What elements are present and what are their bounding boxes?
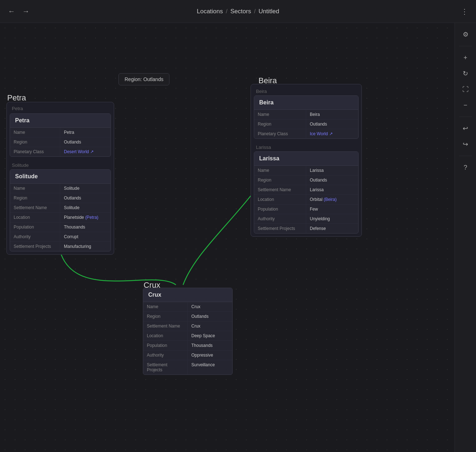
- crux-card-body: Name Crux Region Outlands Settlement Nam…: [143, 302, 232, 375]
- crux-auth-value: Oppressive: [188, 350, 232, 360]
- petra-link[interactable]: (Petra): [85, 215, 98, 220]
- table-row: Population Few: [254, 204, 358, 214]
- petra-card-body: Name Petra Region Outlands Planetary Cla…: [10, 128, 111, 156]
- table-row: Location Planetside (Petra): [10, 213, 111, 222]
- beira-link[interactable]: (Beira): [324, 197, 337, 202]
- crux-settlement-value: Crux: [188, 321, 232, 331]
- forward-button[interactable]: →: [20, 6, 32, 17]
- lar-name-label: Name: [254, 166, 306, 175]
- table-row: Location Deep Space: [143, 331, 232, 341]
- beira-group-container: Beira Beira Name Beira Region Outlands P…: [251, 84, 362, 237]
- sol-settlement-label: Settlement Name: [10, 203, 60, 212]
- table-row: Settlement Projects Surveillance: [143, 360, 232, 375]
- table-row: Name Larissa: [254, 166, 358, 175]
- breadcrumb-locations[interactable]: Locations: [197, 8, 223, 15]
- sol-proj-value: Manufacturing: [60, 242, 111, 251]
- crux-proj-label: Settlement Projects: [143, 360, 188, 375]
- breadcrumb-untitled[interactable]: Untitled: [258, 8, 279, 15]
- larissa-card-body: Name Larissa Region Outlands Settlement …: [254, 166, 358, 233]
- beira-class-value: Ice World ↗: [306, 129, 358, 138]
- sol-proj-label: Settlement Projects: [10, 242, 60, 251]
- crux-settlement-label: Settlement Name: [143, 321, 188, 331]
- add-button[interactable]: +: [458, 51, 473, 65]
- petra-floating-label: Petra: [7, 93, 26, 103]
- toolbar-divider-3: [459, 156, 472, 156]
- sol-auth-label: Authority: [10, 232, 60, 241]
- petra-card[interactable]: Petra Name Petra Region Outlands Planeta…: [10, 113, 111, 157]
- beira-card-body: Name Beira Region Outlands Planetary Cla…: [254, 110, 358, 138]
- table-row: Population Thousands: [143, 341, 232, 350]
- table-row: Settlement Projects Defense: [254, 224, 358, 233]
- larissa-card-header: Larissa: [254, 152, 358, 166]
- sol-region-label: Region: [10, 193, 60, 203]
- lar-auth-value: Unyielding: [306, 214, 358, 223]
- beira-name-value: Beira: [306, 110, 358, 119]
- toolbar-divider-2: [459, 117, 472, 117]
- help-button[interactable]: ?: [458, 160, 473, 175]
- ice-world-link[interactable]: Ice World ↗: [310, 131, 333, 136]
- table-row: Region Outlands: [143, 312, 232, 321]
- table-row: Name Petra: [10, 128, 111, 137]
- region-tag: Region: Outlands: [118, 73, 169, 85]
- beira-card-header: Beira: [254, 96, 358, 110]
- header-menu-right: ⋮: [459, 6, 470, 17]
- desert-world-link[interactable]: Desert World ↗: [64, 149, 94, 154]
- undo-button[interactable]: ↩: [458, 121, 473, 136]
- breadcrumb-sectors[interactable]: Sectors: [230, 8, 251, 15]
- lar-location-value: Orbital (Beira): [306, 195, 358, 204]
- solitude-group-label: Solitude: [10, 161, 111, 169]
- petra-group-container: Petra Petra Name Petra Region Outlands P…: [6, 102, 114, 255]
- beira-group-label: Beira: [254, 87, 359, 95]
- table-row: Settlement Name Solitude: [10, 203, 111, 213]
- crux-proj-value: Surveillance: [188, 360, 232, 375]
- breadcrumb: Locations / Sectors / Untitled: [197, 8, 279, 15]
- table-row: Location Orbital (Beira): [254, 195, 358, 204]
- settings-button[interactable]: ⚙: [458, 27, 473, 42]
- table-row: Region Outlands: [10, 137, 111, 147]
- beira-region-label: Region: [254, 119, 306, 129]
- crux-auth-label: Authority: [143, 350, 188, 360]
- table-row: Name Solitude: [10, 184, 111, 193]
- petra-region-label: Region: [10, 137, 60, 147]
- toolbar-divider-1: [459, 46, 472, 46]
- table-row: Authority Oppressive: [143, 350, 232, 360]
- crux-card-header: Crux: [143, 288, 232, 302]
- solitude-card[interactable]: Solitude Name Solitude Region Outlands S…: [10, 169, 111, 251]
- beira-class-label: Planetary Class: [254, 129, 306, 138]
- crux-card[interactable]: Crux Name Crux Region Outlands Settlemen…: [143, 288, 233, 375]
- sol-location-label: Location: [10, 213, 60, 222]
- header: ← → Locations / Sectors / Untitled ⋮: [0, 0, 476, 23]
- table-row: Authority Unyielding: [254, 214, 358, 224]
- table-row: Planetary Class Desert World ↗: [10, 147, 111, 156]
- crux-name-value: Crux: [188, 302, 232, 311]
- table-row: Settlement Name Crux: [143, 321, 232, 331]
- petra-region-value: Outlands: [60, 137, 111, 147]
- lar-proj-label: Settlement Projects: [254, 224, 306, 233]
- breadcrumb-sep-1: /: [226, 8, 228, 15]
- fit-button[interactable]: ⛶: [458, 82, 473, 96]
- nav-buttons: ← →: [6, 6, 32, 17]
- larissa-card[interactable]: Larissa Name Larissa Region Outlands Set…: [254, 151, 359, 234]
- redo-button[interactable]: ↪: [458, 137, 473, 151]
- lar-region-value: Outlands: [306, 175, 358, 185]
- sol-location-value: Planetside (Petra): [60, 213, 111, 222]
- petra-name-value: Petra: [60, 128, 111, 137]
- petra-class-value: Desert World ↗: [60, 147, 111, 156]
- beira-name-label: Name: [254, 110, 306, 119]
- back-button[interactable]: ←: [6, 6, 17, 17]
- beira-card[interactable]: Beira Name Beira Region Outlands Planeta…: [254, 95, 359, 139]
- sol-region-value: Outlands: [60, 193, 111, 203]
- table-row: Region Outlands: [10, 193, 111, 203]
- refresh-button[interactable]: ↻: [458, 66, 473, 81]
- petra-card-header: Petra: [10, 114, 111, 128]
- crux-pop-label: Population: [143, 341, 188, 350]
- right-toolbar: ⚙ + ↻ ⛶ − ↩ ↪ ?: [454, 23, 476, 452]
- lar-name-value: Larissa: [306, 166, 358, 175]
- lar-pop-label: Population: [254, 204, 306, 214]
- canvas[interactable]: Region: Outlands Petra Petra Petra Name …: [0, 23, 454, 452]
- context-menu-button[interactable]: ⋮: [459, 6, 470, 17]
- crux-node: Crux Name Crux Region Outlands Settlemen…: [143, 288, 233, 375]
- zoom-out-button[interactable]: −: [458, 98, 473, 112]
- larissa-group-label: Larissa: [254, 143, 359, 151]
- sol-pop-label: Population: [10, 222, 60, 232]
